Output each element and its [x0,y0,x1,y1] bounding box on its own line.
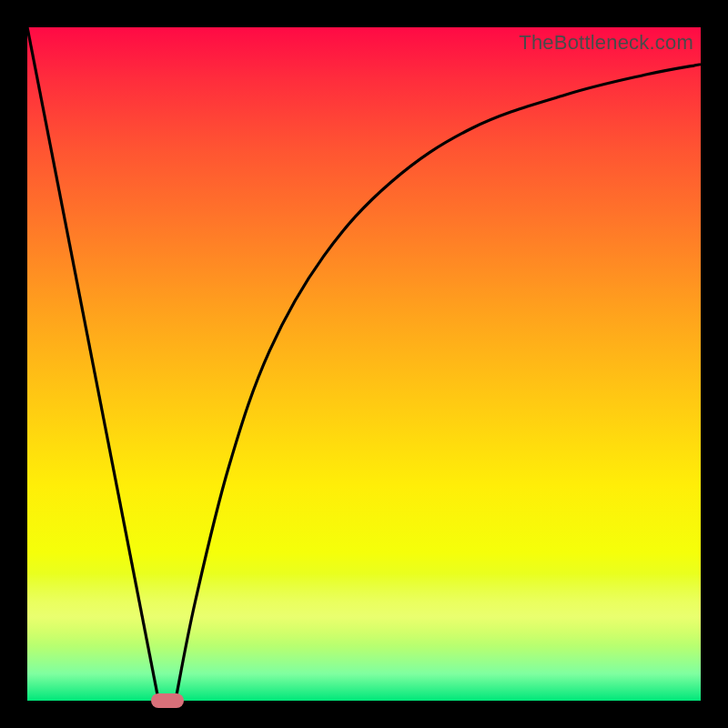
plot-area: TheBottleneck.com [27,27,701,701]
chart-frame: TheBottleneck.com [0,0,728,728]
highlight-band [27,573,701,646]
minimum-marker [151,693,184,708]
watermark-text: TheBottleneck.com [519,31,693,55]
